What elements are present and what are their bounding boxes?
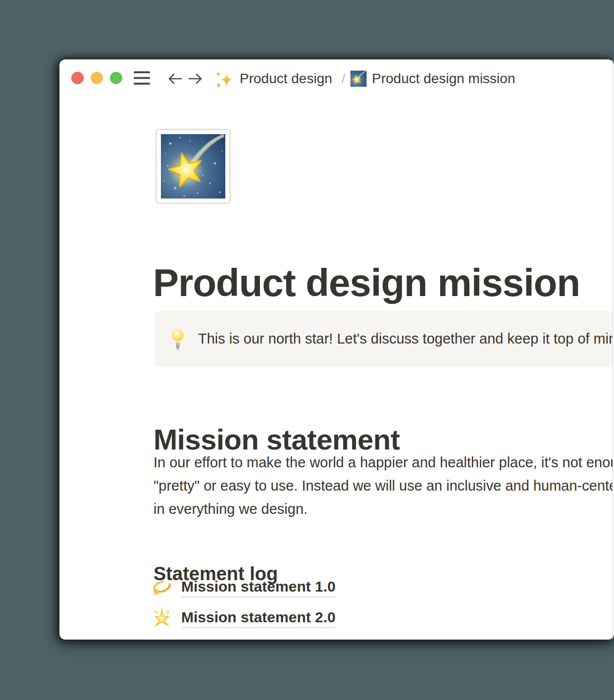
paragraph-line: In our effort to make the world a happie… <box>154 451 613 474</box>
callout-text: This is our north star! Let's discuss to… <box>198 331 613 347</box>
app-window: Product design / Product design mission … <box>59 59 614 640</box>
desktop-background: Product design / Product design mission … <box>0 0 614 700</box>
light-bulb-icon <box>170 328 185 350</box>
page-title[interactable]: Product design mission <box>153 263 580 302</box>
dizzy-star-icon <box>152 577 172 598</box>
shooting-star-page-icon[interactable] <box>155 129 231 204</box>
traffic-light-minimize[interactable] <box>91 72 103 84</box>
breadcrumb-current[interactable]: Product design mission <box>372 70 515 87</box>
paragraph-line: in everything we design. <box>154 498 613 521</box>
shooting-star-thumbnail-icon <box>349 69 368 88</box>
menu-icon[interactable] <box>134 71 150 85</box>
paragraph-line: "pretty" or easy to use. Instead we will… <box>154 474 613 498</box>
breadcrumb-separator: / <box>342 70 345 87</box>
forward-arrow-icon[interactable] <box>188 72 203 85</box>
traffic-light-zoom[interactable] <box>110 72 122 84</box>
page-link-row: Mission statement 2.0 <box>152 606 336 630</box>
glowing-star-icon <box>152 608 172 629</box>
mission-paragraph[interactable]: In our effort to make the world a happie… <box>154 451 613 521</box>
window-content: Product design / Product design mission … <box>59 59 613 640</box>
page-link-mission-statement-1[interactable]: Mission statement 1.0 <box>181 578 336 598</box>
window-right-edge <box>613 59 613 640</box>
breadcrumb-parent[interactable]: Product design <box>240 70 332 87</box>
callout-block[interactable]: This is our north star! Let's discuss to… <box>154 311 613 367</box>
sparkles-icon <box>214 70 233 91</box>
mission-statement-heading[interactable]: Mission statement <box>154 425 400 454</box>
back-arrow-icon[interactable] <box>167 72 183 85</box>
titlebar: Product design / Product design mission <box>59 59 613 99</box>
page-link-row: Mission statement 1.0 <box>152 576 336 600</box>
traffic-light-close[interactable] <box>71 72 84 84</box>
page-link-mission-statement-2[interactable]: Mission statement 2.0 <box>181 609 336 628</box>
